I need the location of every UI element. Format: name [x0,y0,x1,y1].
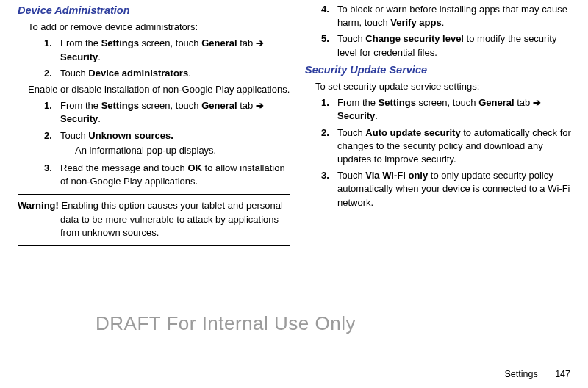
list-item: 2. Touch Unknown sources. [34,129,295,143]
warning-block: Warning! Enabling this option causes you… [18,199,290,240]
bold-settings: Settings [101,100,139,111]
text: . [442,17,445,28]
step-text: Touch Via Wi-Fi only to only update secu… [337,169,578,209]
text: Touch [337,127,365,138]
intro-security-update: To set security update service settings: [315,80,578,93]
text: tab [237,100,256,111]
bold-general: General [201,37,237,48]
list-security-update: 1. From the Settings screen, touch Gener… [311,96,578,209]
step-text: Touch Device administrators. [60,67,295,80]
list-continued: 4. To block or warn before installing ap… [311,3,578,60]
bold-general: General [478,97,514,108]
text: . [375,110,378,121]
list-device-admin: 1. From the Settings screen, touch Gener… [34,37,295,80]
step-text: To block or warn before installing apps … [337,3,578,29]
text: . [188,68,191,79]
bold-settings: Settings [101,37,139,48]
text: Read the message and touch [60,162,187,173]
warning-first-line: Enabling this option causes your tablet … [61,200,282,211]
text: tab [237,37,256,48]
text: screen, touch [139,37,201,48]
heading-device-administration: Device Administration [18,3,295,18]
text: Touch [337,170,365,181]
step-number: 2. [44,129,60,143]
text: Touch [60,130,88,141]
arrow-icon: ➔ [256,37,264,48]
arrow-icon: ➔ [533,97,541,108]
list-item: 4. To block or warn before installing ap… [311,3,578,29]
text: . [98,113,101,124]
text: Touch [337,33,365,44]
list-item: 3. Read the message and touch OK to allo… [34,162,295,188]
text: screen, touch [139,100,201,111]
section-label: Settings [504,369,537,379]
step-text: From the Settings screen, touch General … [337,96,578,123]
bold-settings: Settings [379,97,416,108]
heading-security-update-service: Security Update Service [305,62,578,77]
bold-ok: OK [187,162,202,173]
bold-unknown-sources: Unknown sources. [88,130,173,141]
two-column-layout: Device Administration To add or remove d… [0,0,588,251]
informational-popup-note: An informational pop-up displays. [75,144,295,157]
text: Touch [60,68,88,79]
warning-body: data to be more vulnerable to attack by … [18,213,290,240]
draft-watermark: DRAFT For Internal Use Only [96,310,356,337]
divider [18,194,290,195]
step-number: 3. [321,169,337,209]
text: From the [337,97,379,108]
bold-security: Security [337,110,375,121]
list-item: 2. Touch Auto update security to automat… [311,126,578,167]
list-item: 1. From the Settings screen, touch Gener… [34,99,295,126]
left-column: Device Administration To add or remove d… [18,3,301,251]
intro-unknown-sources: Enable or disable installation of non-Go… [28,83,295,96]
list-item: 2. Touch Device administrators. [34,67,295,80]
step-number: 1. [321,96,337,123]
right-column: 4. To block or warn before installing ap… [301,3,584,251]
bold-auto-update-security: Auto update security [365,127,460,138]
list-item: 1. From the Settings screen, touch Gener… [34,37,295,63]
text: From the [60,37,101,48]
bold-via-wifi-only: Via Wi-Fi only [365,170,428,181]
intro-add-remove-admins: To add or remove device administrators: [28,21,295,34]
step-number: 2. [44,67,60,80]
text: screen, touch [416,97,478,108]
bold-security: Security [60,51,98,62]
text: From the [60,100,101,111]
list-item: 1. From the Settings screen, touch Gener… [311,96,578,123]
bold-verify-apps: Verify apps [390,17,441,28]
warning-label: Warning! [18,200,59,211]
page-footer: Settings 147 [504,368,570,381]
bold-change-security-level: Change security level [365,33,464,44]
step-text: From the Settings screen, touch General … [60,99,295,126]
step-number: 1. [44,99,60,126]
bold-device-administrators: Device administrators [88,68,188,79]
step-text: Touch Auto update security to automatica… [337,126,578,167]
page-number: 147 [555,369,570,379]
step-text: Read the message and touch OK to allow i… [60,162,295,188]
bold-general: General [201,100,237,111]
bold-security: Security [60,113,98,124]
step-number: 2. [321,126,337,167]
step-number: 1. [44,37,60,63]
list-item: 3. Touch Via Wi-Fi only to only update s… [311,169,578,209]
text: To block or warn before installing apps … [337,4,567,28]
arrow-icon: ➔ [256,100,264,111]
divider [18,245,290,246]
text: . [98,51,101,62]
step-text: Touch Change security level to modify th… [337,32,578,59]
text: tab [514,97,533,108]
step-number: 5. [321,32,337,59]
step-number: 4. [321,3,337,29]
step-number: 3. [44,162,60,188]
step-text: From the Settings screen, touch General … [60,37,295,63]
list-unknown-sources: 1. From the Settings screen, touch Gener… [34,99,295,188]
step-text: Touch Unknown sources. [60,129,295,143]
list-item: 5. Touch Change security level to modify… [311,32,578,59]
